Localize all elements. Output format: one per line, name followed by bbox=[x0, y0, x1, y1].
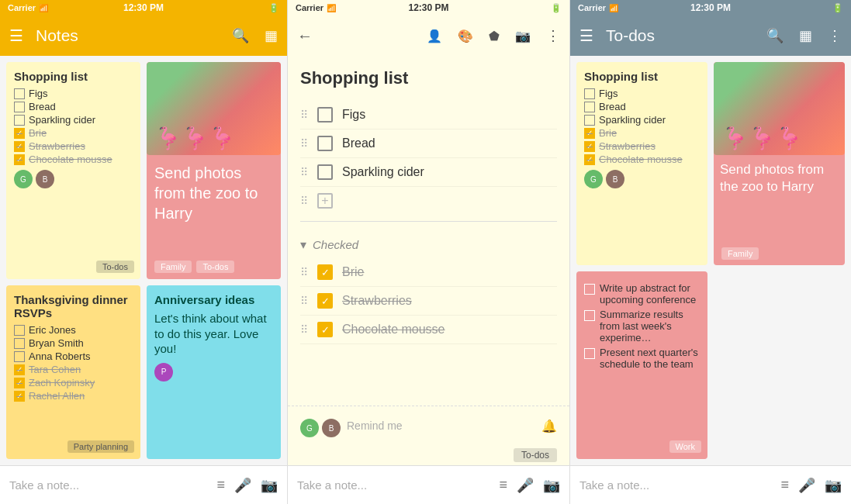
right-shopping-note[interactable]: Shopping list Figs Bread Sparkling cider… bbox=[576, 62, 707, 265]
right-app-bar-icons: 🔍 ▦ ⋮ bbox=[766, 27, 842, 44]
sparkling-big-checkbox[interactable] bbox=[317, 164, 333, 180]
brie-big-checkbox[interactable] bbox=[317, 264, 333, 280]
drag-bread[interactable]: ⠿ bbox=[300, 137, 308, 150]
left-app-title: Notes bbox=[36, 26, 232, 45]
left-time: 12:30 PM bbox=[123, 2, 164, 13]
left-carrier: Carrier bbox=[8, 3, 36, 12]
right-app-title: To-dos bbox=[606, 26, 766, 45]
left-status-bar: Carrier 📶 12:30 PM 🔋 bbox=[0, 0, 287, 16]
avatar-1: G bbox=[14, 170, 33, 188]
right-wifi-icon: 📶 bbox=[609, 4, 618, 12]
send-photos-text: Send photos from the zoo to Harry bbox=[154, 163, 273, 223]
brie-detail-label: Brie bbox=[342, 265, 364, 279]
right-avatar-1: G bbox=[584, 170, 603, 188]
shopping-sparkling: Sparkling cider bbox=[14, 114, 133, 126]
middle-status-left: Carrier 📶 bbox=[296, 3, 336, 12]
drag-brie[interactable]: ⠿ bbox=[300, 266, 308, 278]
more-icon-middle[interactable]: ⋮ bbox=[546, 27, 560, 44]
left-take-note[interactable]: Take a note... bbox=[9, 478, 207, 492]
middle-status-right: 🔋 bbox=[551, 3, 562, 13]
left-app-bar: ☰ Notes 🔍 ▦ bbox=[0, 16, 287, 56]
figs-label: Figs bbox=[342, 108, 365, 122]
drag-sparkling[interactable]: ⠿ bbox=[300, 166, 308, 178]
detail-figs: ⠿ Figs bbox=[300, 101, 557, 129]
footer-avatar-1: G bbox=[300, 419, 319, 437]
right-search-icon[interactable]: 🔍 bbox=[766, 27, 784, 44]
middle-mic-icon[interactable]: 🎤 bbox=[517, 477, 534, 494]
left-thanksgiving-note[interactable]: Thanksgiving dinner RSVPs Eric Jones Bry… bbox=[6, 285, 140, 459]
label-icon[interactable]: ⬟ bbox=[489, 29, 500, 43]
anniversary-avatars: P bbox=[154, 363, 273, 381]
work-item-1: Write up abstract for upcoming conferenc… bbox=[584, 282, 700, 306]
add-item-button[interactable]: + bbox=[317, 193, 333, 209]
bread-label: Bread bbox=[342, 136, 375, 150]
todos-tag: To-dos bbox=[196, 261, 234, 273]
work-item-2: Summarize results from last week's exper… bbox=[584, 309, 700, 343]
middle-list-icon[interactable]: ≡ bbox=[499, 477, 507, 493]
right-more-icon[interactable]: ⋮ bbox=[828, 27, 842, 44]
left-panel: Carrier 📶 12:30 PM 🔋 ☰ Notes 🔍 ▦ Shoppin… bbox=[0, 0, 287, 504]
left-bottom-bar: Take a note... ≡ 🎤 📷 bbox=[0, 465, 287, 504]
left-battery-icon: 🔋 bbox=[268, 3, 279, 13]
left-send-photos-note[interactable]: Send photos from the zoo to Harry Family… bbox=[147, 62, 281, 279]
left-search-icon[interactable]: 🔍 bbox=[232, 27, 249, 44]
right-status-right: 🔋 bbox=[832, 3, 843, 13]
right-send-photos[interactable]: Send photos from the zoo to Harry Family bbox=[714, 62, 845, 265]
left-notes-grid: Shopping list Figs Bread Sparkling cider… bbox=[0, 56, 287, 465]
right-take-note[interactable]: Take a note... bbox=[579, 478, 771, 492]
checked-header[interactable]: ▾ Checked bbox=[300, 231, 557, 258]
right-notes-grid: Shopping list Figs Bread Sparkling cider… bbox=[570, 56, 851, 465]
remind-me-text[interactable]: Remind me bbox=[347, 419, 535, 432]
back-button[interactable]: ← bbox=[297, 27, 313, 45]
right-menu-icon[interactable]: ☰ bbox=[579, 26, 593, 45]
left-mic-icon[interactable]: 🎤 bbox=[234, 477, 251, 494]
detail-sparkling: ⠿ Sparkling cider bbox=[300, 158, 557, 187]
palette-icon[interactable]: 🎨 bbox=[458, 29, 473, 43]
figs-big-checkbox[interactable] bbox=[317, 107, 333, 123]
right-flamingo-image bbox=[714, 62, 845, 155]
left-shopping-list-note[interactable]: Shopping list Figs Bread Sparkling cider… bbox=[6, 62, 140, 279]
drag-chocolate[interactable]: ⠿ bbox=[300, 323, 308, 336]
middle-wifi-icon: 📶 bbox=[327, 4, 336, 12]
detail-brie: ⠿ Brie bbox=[300, 258, 557, 287]
camera-icon-middle[interactable]: 📷 bbox=[515, 29, 531, 43]
brie-checkbox bbox=[14, 128, 25, 139]
right-family-tag: Family bbox=[721, 247, 759, 260]
chevron-down-icon: ▾ bbox=[300, 237, 306, 252]
right-camera-icon[interactable]: 📷 bbox=[825, 477, 842, 494]
chocolate-big-checkbox[interactable] bbox=[317, 322, 333, 337]
middle-toolbar: ← 👤 🎨 ⬟ 📷 ⋮ bbox=[288, 16, 569, 56]
left-menu-icon[interactable]: ☰ bbox=[9, 26, 23, 45]
bread-big-checkbox[interactable] bbox=[317, 136, 333, 151]
left-grid-icon[interactable]: ▦ bbox=[265, 27, 278, 44]
right-work-note[interactable]: Write up abstract for upcoming conferenc… bbox=[576, 271, 707, 459]
shopping-bread: Bread bbox=[14, 101, 133, 112]
checked-section: ▾ Checked ⠿ Brie ⠿ Strawberries ⠿ Chocol… bbox=[300, 231, 557, 344]
eric-jones: Eric Jones bbox=[14, 324, 133, 336]
detail-strawberries: ⠿ Strawberries bbox=[300, 287, 557, 316]
add-item-row: ⠿ + bbox=[300, 187, 557, 215]
left-camera-icon[interactable]: 📷 bbox=[261, 477, 278, 494]
middle-take-note[interactable]: Take a note... bbox=[297, 478, 489, 492]
left-status-left: Carrier 📶 bbox=[8, 3, 48, 12]
right-mic-icon[interactable]: 🎤 bbox=[798, 477, 815, 494]
right-status-left: Carrier 📶 bbox=[578, 3, 618, 12]
left-app-bar-icons: 🔍 ▦ bbox=[232, 27, 278, 44]
drag-strawberries[interactable]: ⠿ bbox=[300, 295, 308, 307]
right-bottom-bar: Take a note... ≡ 🎤 📷 bbox=[570, 465, 851, 504]
left-list-icon[interactable]: ≡ bbox=[216, 477, 225, 493]
shopping-figs: Figs bbox=[14, 88, 133, 99]
drag-figs[interactable]: ⠿ bbox=[300, 109, 308, 121]
right-panel: Carrier 📶 12:30 PM 🔋 ☰ To-dos 🔍 ▦ ⋮ Shop… bbox=[570, 0, 851, 504]
right-grid-icon[interactable]: ▦ bbox=[799, 27, 812, 44]
add-person-icon[interactable]: 👤 bbox=[427, 29, 442, 43]
middle-tag: To-dos bbox=[514, 448, 557, 462]
left-anniversary-note[interactable]: Anniversary ideas Let's think about what… bbox=[147, 285, 281, 459]
remind-icon: 🔔 bbox=[541, 419, 557, 433]
middle-camera-icon[interactable]: 📷 bbox=[543, 477, 560, 494]
middle-time: 12:30 PM bbox=[408, 2, 448, 13]
shopping-tag: To-dos bbox=[96, 261, 134, 273]
right-list-icon[interactable]: ≡ bbox=[780, 477, 789, 493]
middle-tag-row: To-dos bbox=[288, 445, 569, 465]
strawberries-big-checkbox[interactable] bbox=[317, 293, 333, 309]
